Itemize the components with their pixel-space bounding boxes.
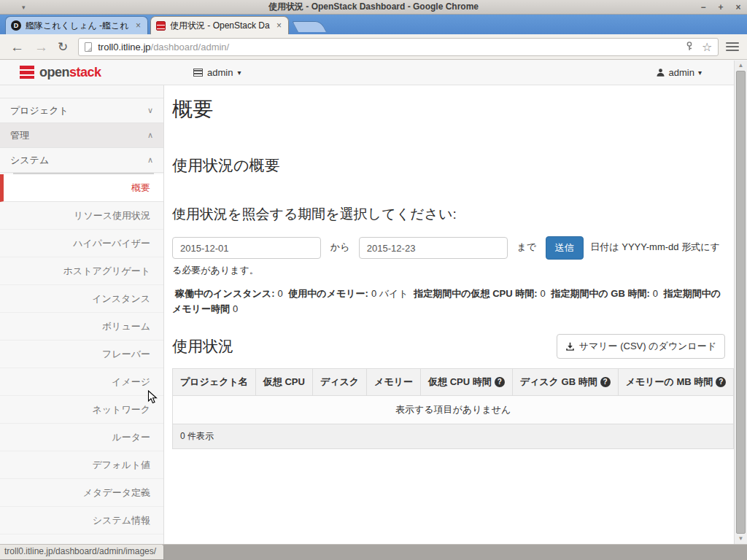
url-host: troll0.itline.jp (98, 42, 150, 52)
usage-stats-line: 稼働中のインスタンス:0 使用中のメモリー:0 バイト 指定期間中の仮想 CPU… (172, 286, 725, 316)
window-titlebar: ▾ 使用状況 - OpenStack Dashboard - Google Ch… (0, 0, 747, 15)
start-date-input[interactable] (172, 237, 321, 259)
maximize-button[interactable]: + (716, 2, 725, 12)
openstack-favicon (156, 21, 166, 31)
sidebar-item-flavors[interactable]: フレーバー (0, 341, 163, 368)
chevron-down-icon: ▾ (698, 69, 702, 77)
stat-label: 使用中のメモリー: (288, 288, 368, 299)
section-label: プロジェクト (10, 104, 69, 117)
openstack-header: openstack admin ▾ admin ▾ (0, 60, 747, 85)
logo-text-stack: stack (69, 65, 101, 79)
sidebar-section-system[interactable]: システム ∧ (0, 148, 163, 173)
sidebar-item-host-aggregates[interactable]: ホストアグリゲート (0, 257, 163, 285)
sidebar-item-instances[interactable]: インスタンス (0, 285, 163, 313)
col-project-name[interactable]: プロジェクト名 (173, 369, 256, 396)
sidebar-item-hypervisors[interactable]: ハイパーバイザー (0, 230, 163, 257)
chrome-menu-icon[interactable] (726, 42, 739, 51)
page-scrollbar[interactable]: ▲ ▼ (734, 61, 747, 544)
user-menu-label: admin (669, 67, 694, 78)
sidebar-top-spacer (0, 85, 163, 98)
stat-value: 0 バイト (371, 288, 409, 299)
section-label: 管理 (10, 129, 29, 142)
tab-title: 艦隊これくしょん -艦これ (26, 20, 130, 32)
saved-password-key-icon[interactable] (684, 42, 694, 52)
window-menu-icon[interactable]: ▾ (22, 4, 26, 11)
usage-table-title: 使用状況 (172, 336, 233, 357)
url-path: /dashboard/admin/ (151, 42, 230, 52)
chevron-down-icon: ▾ (237, 69, 241, 77)
col-vcpus[interactable]: 仮想 CPU (255, 369, 312, 396)
col-memory-mb-hours[interactable]: メモリーの MB 時間? (618, 369, 734, 396)
sidebar-item-volumes[interactable]: ボリューム (0, 313, 163, 341)
help-icon[interactable]: ? (600, 377, 611, 387)
stat-label: 指定期間中の GB 時間: (551, 288, 649, 299)
sidebar-item-system-information[interactable]: システム情報 (0, 507, 163, 534)
sidebar-item-metadata-definitions[interactable]: メタデータ定義 (0, 479, 163, 507)
help-icon[interactable]: ? (716, 377, 726, 387)
tab-title: 使用状況 - OpenStack Da (170, 20, 271, 32)
download-csv-label: サマリー (CSV) のダウンロード (579, 340, 716, 353)
stat-value: 0 (541, 288, 546, 299)
empty-message: 表示する項目がありません (173, 396, 734, 424)
col-vcpu-hours[interactable]: 仮想 CPU 時間? (421, 369, 513, 396)
col-memory[interactable]: メモリー (367, 369, 421, 396)
new-tab-button[interactable] (292, 21, 327, 32)
minimize-button[interactable]: − (699, 2, 708, 12)
back-icon[interactable]: ← (10, 40, 24, 54)
window-title: 使用状況 - OpenStack Dashboard - Google Chro… (268, 1, 479, 13)
stat-value: 0 (653, 288, 658, 299)
section-label: システム (10, 154, 49, 167)
openstack-logo[interactable]: openstack (20, 65, 101, 80)
from-label: から (330, 241, 350, 252)
usage-period-form: から まで 送信 日付は YYYY-mm-dd 形式にする必要があります。 (172, 236, 725, 281)
project-switcher-label: admin (207, 67, 233, 78)
download-csv-button[interactable]: サマリー (CSV) のダウンロード (557, 334, 725, 359)
empty-row: 表示する項目がありません (173, 396, 734, 424)
tab-strip: D 艦隊これくしょん -艦これ × 使用状況 - OpenStack Da × (0, 15, 747, 34)
chevron-up-icon: ∧ (147, 131, 153, 140)
usage-summary-title: 使用状況の概要 (172, 155, 725, 176)
col-disk-gb-hours[interactable]: ディスク GB 時間? (512, 369, 618, 396)
end-date-input[interactable] (359, 237, 508, 259)
close-button[interactable]: × (734, 2, 743, 12)
scroll-up-icon[interactable]: ▲ (735, 61, 747, 71)
project-switcher[interactable]: admin ▾ (193, 67, 241, 78)
tab-close-icon[interactable]: × (275, 20, 283, 31)
window-bottom-edge: troll0.itline.jp/dashboard/admin/images/ (0, 544, 747, 560)
help-icon[interactable]: ? (495, 377, 505, 387)
sidebar-section-admin[interactable]: 管理 ∧ (0, 123, 163, 148)
sidebar-item-images[interactable]: イメージ (0, 368, 163, 396)
table-footer-row: 0 件表示 (173, 424, 734, 449)
col-disk[interactable]: ディスク (312, 369, 366, 396)
tab-close-icon[interactable]: × (134, 20, 142, 31)
page-title: 概要 (172, 96, 725, 123)
tab-kancolle[interactable]: D 艦隊これくしょん -艦これ × (5, 16, 148, 34)
scrollbar-thumb[interactable] (736, 71, 746, 534)
tab-openstack-dashboard[interactable]: 使用状況 - OpenStack Da × (150, 16, 289, 34)
logo-text-open: open (39, 65, 69, 79)
page-icon (85, 42, 92, 52)
submit-button[interactable]: 送信 (546, 236, 584, 260)
sidebar-item-networks[interactable]: ネットワーク (0, 396, 163, 424)
sidebar-item-routers[interactable]: ルーター (0, 424, 163, 451)
sidebar-item-defaults[interactable]: デフォルト値 (0, 451, 163, 479)
browser-toolbar: ← → ↻ troll0.itline.jp /dashboard/admin/… (0, 34, 747, 60)
sidebar-item-resource-usage[interactable]: リソース使用状況 (0, 202, 163, 230)
user-icon (656, 68, 665, 77)
stat-label: 稼働中のインスタンス: (175, 288, 274, 299)
forward-icon: → (34, 40, 48, 54)
user-menu[interactable]: admin ▾ (656, 67, 702, 78)
url-bar[interactable]: troll0.itline.jp /dashboard/admin/ ☆ (78, 38, 719, 56)
reload-icon[interactable]: ↻ (58, 39, 68, 55)
sidebar-item-overview[interactable]: 概要 (0, 174, 163, 202)
openstack-cube-icon (20, 66, 34, 79)
status-bar-link: troll0.itline.jp/dashboard/admin/images/ (0, 545, 164, 560)
dmm-favicon: D (11, 20, 21, 31)
to-label: まで (516, 241, 536, 252)
bookmark-star-icon[interactable]: ☆ (702, 40, 712, 54)
period-prompt: 使用状況を照会する期間を選択してください: (172, 205, 725, 224)
sidebar-section-project[interactable]: プロジェクト ∨ (0, 98, 163, 123)
chevron-down-icon: ∨ (147, 106, 153, 115)
scroll-down-icon[interactable]: ▼ (735, 534, 747, 544)
sidebar: プロジェクト ∨ 管理 ∧ システム ∧ 概要 リソース使用状況 ハイパーバイザ… (0, 85, 164, 544)
